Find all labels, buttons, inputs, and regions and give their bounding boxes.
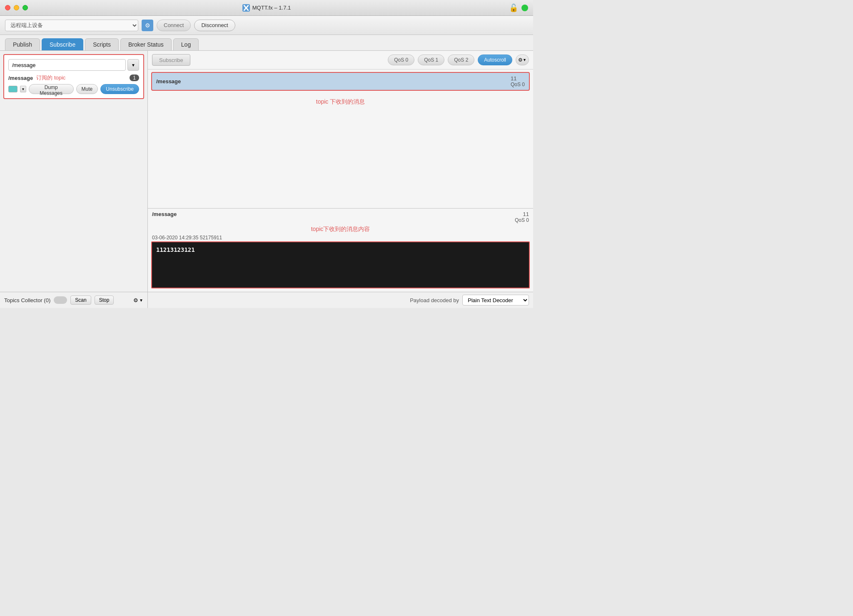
detail-stats: 11 QoS 0 [515,211,529,223]
detail-count: 11 [515,211,529,217]
detail-header: /message 11 QoS 0 [148,209,533,225]
autoscroll-button[interactable]: Autoscroll [478,55,512,65]
detail-annotation: topic下收到的消息内容 [148,225,533,234]
settings-dropdown-icon: ▼ [523,58,526,62]
topics-collector: Topics Collector (0) Scan Stop ⚙ ▼ [0,292,147,308]
topics-collector-label: Topics Collector (0) [4,297,50,303]
mute-button[interactable]: Mute [76,84,98,94]
right-panel: Subscribe QoS 0 QoS 1 QoS 2 Autoscroll ⚙… [148,51,533,308]
app-icon [242,4,250,12]
toolbar-right: 🔓 [509,3,528,12]
connection-status-dot [521,5,528,11]
scan-button[interactable]: Scan [70,296,91,305]
payload-decoded-by-label: Payload decoded by [410,297,459,303]
tab-publish[interactable]: Publish [5,38,40,50]
minimize-button[interactable] [14,5,19,10]
message-list-annotation: topic 下收到的消息 [148,93,533,108]
connect-button[interactable]: Connect [157,20,191,31]
message-list-stats: 11 QoS 0 [511,75,525,87]
detail-qos: QoS 0 [515,217,529,223]
tab-log[interactable]: Log [173,38,199,50]
subscribe-area: ▼ /message 订阅的 topic 1 ▼ Dump Messages M… [3,54,144,99]
topic-input[interactable] [8,59,126,71]
device-selector[interactable]: 远程端上设备 [5,20,138,31]
settings-gear-button[interactable]: ⚙ [142,20,153,31]
message-list-qos: QoS 0 [511,82,525,87]
tab-scripts[interactable]: Scripts [85,38,119,50]
subscribed-topic-row: /message 订阅的 topic 1 [8,74,139,82]
topic-dropdown-button[interactable]: ▼ [127,59,139,71]
message-content-area: 11213123121 [151,241,530,289]
collector-settings-button[interactable]: ⚙ ▼ [133,297,143,303]
tab-bar: Publish Subscribe Scripts Broker Status … [0,35,533,51]
left-panel: ▼ /message 订阅的 topic 1 ▼ Dump Messages M… [0,51,148,308]
qos0-button[interactable]: QoS 0 [388,55,414,65]
message-list-empty [148,108,533,208]
app-title: MQTT.fx – 1.7.1 [252,5,291,11]
subscribe-input-row: ▼ [8,59,139,71]
swatch-dropdown-button[interactable]: ▼ [20,86,26,92]
topic-annotation: 订阅的 topic [36,74,65,82]
maximize-button[interactable] [22,5,28,10]
dump-messages-button[interactable]: Dump Messages [29,84,74,94]
window-controls [5,5,28,10]
qos1-button[interactable]: QoS 1 [418,55,444,65]
subscribe-action-button[interactable]: Subscribe [152,54,190,66]
tab-subscribe[interactable]: Subscribe [42,38,83,50]
lock-icon: 🔓 [509,3,518,12]
stop-button[interactable]: Stop [95,296,114,305]
detail-topic: /message [152,211,177,217]
payload-bar: Payload decoded by Plain Text DecoderBas… [148,292,533,308]
collector-toggle[interactable] [54,296,67,304]
topic-controls: ▼ Dump Messages Mute Unsubscribe [8,84,139,94]
unsubscribe-button[interactable]: Unsubscribe [100,84,139,94]
collector-gear-dropdown-icon: ▼ [139,298,143,303]
payload-decoder-select[interactable]: Plain Text DecoderBase64 DecoderHex Deco… [462,295,529,306]
titlebar: MQTT.fx – 1.7.1 🔓 [0,0,533,16]
subscribe-topbar: Subscribe QoS 0 QoS 1 QoS 2 Autoscroll ⚙… [148,51,533,70]
message-content-text: 11213123121 [156,246,195,253]
message-list: /message 11 QoS 0 [151,72,530,91]
color-swatch[interactable] [8,86,17,92]
detail-timestamp: 03-06-2020 14:29:35 52175911 [148,234,533,241]
toolbar: 远程端上设备 ⚙ Connect Disconnect [0,16,533,35]
subscribed-topic-name: /message [8,75,33,81]
message-detail: /message 11 QoS 0 topic下收到的消息内容 03-06-20… [148,208,533,308]
disconnect-button[interactable]: Disconnect [194,20,235,31]
right-settings-button[interactable]: ⚙ ▼ [516,55,529,65]
message-list-header: /message 11 QoS 0 [156,75,525,87]
window-title: MQTT.fx – 1.7.1 [242,4,291,12]
qos2-button[interactable]: QoS 2 [448,55,474,65]
collector-gear-icon: ⚙ [133,297,138,303]
main-content: ▼ /message 订阅的 topic 1 ▼ Dump Messages M… [0,51,533,308]
message-list-count: 11 [511,75,525,82]
topic-message-badge: 1 [130,75,139,81]
tab-broker-status[interactable]: Broker Status [120,38,172,50]
settings-gear-icon: ⚙ [518,57,523,63]
message-list-topic: /message [156,78,181,84]
close-button[interactable] [5,5,10,10]
left-panel-empty-space [0,102,147,292]
